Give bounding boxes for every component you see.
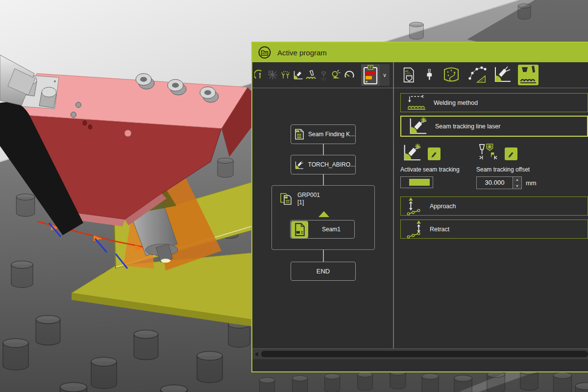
tab-workpiece-surface[interactable]: [441, 65, 461, 85]
spin-down-button[interactable]: ▼: [513, 183, 521, 189]
program-shield-icon: </..: [401, 65, 417, 85]
tool-center-point-icon[interactable]: [318, 69, 330, 81]
offset-spinbox[interactable]: 30.000 ▲ ▼: [476, 176, 522, 189]
section-label: Welding method: [434, 99, 478, 106]
tab-program-shield[interactable]: </..: [401, 65, 417, 85]
group-label: GRP001: [297, 192, 320, 199]
pencil-icon: [430, 149, 439, 158]
offset-value[interactable]: 30.000: [477, 177, 513, 189]
panel-header: </> Active program: [252, 43, 588, 62]
svg-text:</>: </>: [262, 51, 267, 55]
tree-connector: [323, 250, 324, 262]
tree-node-label: TORCH_ABIRO...: [308, 161, 355, 168]
section-approach[interactable]: Approach: [400, 196, 588, 216]
tree-group-grp001[interactable]: GRP001 [1]: [271, 185, 375, 250]
tab-path-geometry[interactable]: [467, 65, 487, 85]
section-retract[interactable]: Retract: [400, 220, 588, 239]
program-tree-pane: ∨ Seam Finding K: [252, 62, 394, 348]
activate-label: Activate seam tracking: [400, 166, 476, 173]
seam-doc-icon: [291, 221, 308, 238]
program-status-card[interactable]: [361, 64, 380, 86]
tree-node-end[interactable]: END: [291, 262, 356, 281]
retract-icon: [406, 220, 423, 239]
tree-toolbar: ∨: [252, 62, 393, 88]
settings-tabs: </..: [394, 62, 588, 88]
edit-offset-button[interactable]: [505, 147, 517, 160]
tree-node-label: Seam Finding K...: [308, 131, 355, 138]
multi-pass-torch-icon[interactable]: [280, 69, 292, 81]
active-program-panel: </> Active program: [251, 42, 588, 372]
section-label: Retract: [430, 226, 449, 233]
welding-method-icon: [406, 95, 427, 111]
settings-pane: </..: [394, 62, 588, 348]
horizontal-scrollbar[interactable]: [252, 348, 588, 359]
spin-up-button[interactable]: ▲: [513, 177, 521, 183]
tab-welding-process[interactable]: [518, 65, 539, 85]
section-welding-method[interactable]: Welding method: [400, 93, 588, 112]
seam-tracking-laser-icon: [406, 117, 429, 136]
tab-electrode[interactable]: [423, 65, 436, 85]
tree-node-label: END: [317, 268, 330, 275]
approach-icon: [406, 196, 423, 216]
offset-unit: mm: [526, 179, 537, 187]
grinder-icon[interactable]: [331, 69, 343, 81]
scrollbar-thumb[interactable]: [261, 351, 588, 357]
offset-label: Seam tracking offset: [476, 166, 537, 173]
torch-seam-icon[interactable]: [305, 69, 317, 81]
section-seam-tracking[interactable]: Seam tracking line laser: [400, 116, 588, 137]
group-docs-icon: [280, 192, 294, 206]
tree-connector: [323, 144, 324, 155]
pencil-icon: [507, 149, 515, 158]
surface-scan-icon: [441, 65, 461, 85]
panel-bottom-strip: [252, 359, 588, 371]
section-label: Seam tracking line laser: [435, 123, 500, 130]
toggle-knob: [409, 179, 430, 186]
seam-tracking-offset-icon: [476, 143, 500, 163]
status-clipboard-icon: [362, 64, 379, 86]
program-doc-icon: [294, 128, 304, 140]
program-code-folder-icon: </>: [258, 46, 271, 59]
tree-node-label: Seam1: [308, 226, 354, 233]
torch-icon: [294, 158, 304, 171]
tree-node-seam1[interactable]: Seam1: [290, 220, 355, 239]
program-tree: Seam Finding K... TORCH_ABIRO...: [252, 88, 393, 348]
welding-process-icon: [518, 65, 539, 85]
chevron-down-icon: ∨: [383, 72, 387, 78]
collision-spark-icon[interactable]: [267, 69, 279, 81]
section-label: Approach: [430, 203, 456, 210]
electrode-icon: [423, 65, 436, 85]
svg-text:</..: </..: [405, 70, 410, 73]
edit-activate-button[interactable]: [428, 147, 441, 160]
tree-connector: [323, 174, 324, 185]
torch-angle-icon: [492, 65, 512, 85]
group-count: [1]: [297, 199, 320, 206]
seam-tracking-controls: Activate seam tracking: [400, 143, 588, 189]
speedometer-icon[interactable]: [343, 69, 355, 81]
tree-node-seam-finding[interactable]: Seam Finding K...: [291, 124, 356, 144]
seam-finding-gauge-icon[interactable]: [254, 69, 266, 81]
panel-title: Active program: [277, 49, 327, 57]
activate-toggle[interactable]: [400, 176, 433, 188]
status-dropdown-button[interactable]: ∨: [380, 64, 390, 86]
collapse-triangle-icon[interactable]: [318, 211, 329, 217]
path-dots-ruler-icon: [467, 65, 487, 85]
tab-torch-orientation[interactable]: [492, 65, 512, 85]
scroll-left-icon[interactable]: [255, 352, 258, 357]
activate-seam-tracking-icon: [400, 143, 423, 163]
tree-node-torch[interactable]: TORCH_ABIRO...: [291, 155, 356, 174]
torch-corner-icon[interactable]: [293, 69, 304, 81]
